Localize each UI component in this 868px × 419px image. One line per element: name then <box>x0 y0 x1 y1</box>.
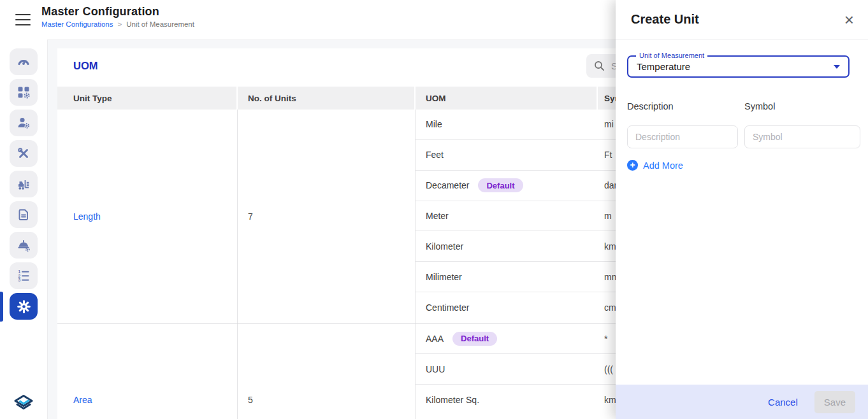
breadcrumb-current: Unit of Measurement <box>126 20 194 28</box>
uom-name: Milimeter <box>426 272 462 282</box>
uom-name: Meter <box>426 211 449 221</box>
gauge-icon <box>16 54 31 69</box>
select-floating-label: Unit of Measurement <box>636 52 707 59</box>
column-header: Unit Type <box>57 87 238 110</box>
svg-text:3: 3 <box>18 278 21 282</box>
uom-cell: Milimeter <box>416 272 598 282</box>
sidebar-item-documents[interactable] <box>10 201 38 228</box>
breadcrumb-separator: > <box>118 20 122 28</box>
chevron-down-icon <box>834 65 840 69</box>
uom-cell: Centimeter <box>416 302 598 313</box>
symbol-label: Symbol <box>744 101 775 111</box>
unit-type-link[interactable]: Length <box>73 211 101 222</box>
numbered-list-icon: 1 2 3 <box>16 268 31 283</box>
add-more-button[interactable]: + Add More <box>627 160 683 171</box>
sidebar-item-settings[interactable] <box>10 293 38 320</box>
hamburger-menu-icon[interactable] <box>15 14 31 25</box>
uom-cell: Kilometer <box>416 241 598 252</box>
default-badge: Default <box>478 178 523 192</box>
description-label: Description <box>627 101 674 111</box>
plus-circle-icon: + <box>627 160 638 171</box>
sidebar-item-user-management[interactable] <box>10 110 38 136</box>
uom-name: Mile <box>426 119 442 129</box>
sidebar-item-modules[interactable] <box>10 79 38 106</box>
uom-cell: Mile <box>416 119 598 129</box>
column-header: UOM <box>416 87 598 110</box>
unit-type-link[interactable]: Area <box>73 395 92 405</box>
sidebar-item-sequence[interactable]: 1 2 3 <box>10 262 38 289</box>
symbol-field[interactable] <box>744 125 860 148</box>
uom-name: Kilometer <box>426 241 463 252</box>
forklift-icon <box>16 176 31 192</box>
modules-grid-gear-icon <box>16 85 31 100</box>
uom-name: Kilometer Sq. <box>426 395 479 405</box>
search-icon <box>594 60 605 71</box>
uom-name: Decameter <box>426 180 469 190</box>
breadcrumb: Master Configurations > Unit of Measurem… <box>41 20 194 28</box>
uom-cell: DecameterDefault <box>416 178 598 192</box>
unit-of-measurement-select[interactable]: Unit of Measurement Temperature <box>627 55 850 78</box>
drawer-footer: Cancel Save <box>616 385 868 419</box>
drawer-header: Create Unit × <box>616 0 868 39</box>
sidebar: 1 2 3 <box>0 39 48 419</box>
uom-cell: UUU <box>416 364 598 374</box>
cancel-button[interactable]: Cancel <box>768 397 798 408</box>
select-value: Temperature <box>628 57 848 76</box>
sidebar-item-safety[interactable] <box>10 232 38 259</box>
column-header: No. of Units <box>238 87 416 110</box>
app-window: Master Configuration Master Configuratio… <box>0 0 868 419</box>
active-nav-indicator <box>0 292 3 322</box>
unit-count-cell: 5 <box>238 323 416 419</box>
uom-name: Feet <box>426 150 444 160</box>
create-unit-drawer: Create Unit × Unit of Measurement Temper… <box>616 0 868 419</box>
unit-type-cell: Length <box>57 110 238 323</box>
save-button[interactable]: Save <box>814 391 855 413</box>
company-logo <box>12 394 35 415</box>
add-more-label: Add More <box>643 160 683 171</box>
unit-count-cell: 7 <box>238 110 416 323</box>
close-icon[interactable]: × <box>842 10 857 29</box>
drawer-title: Create Unit <box>631 12 699 27</box>
user-settings-icon <box>16 115 31 131</box>
breadcrumb-link[interactable]: Master Configurations <box>41 20 113 28</box>
sidebar-item-equipment[interactable] <box>10 171 38 197</box>
description-field[interactable] <box>627 125 738 148</box>
uom-name: AAA <box>426 334 444 344</box>
uom-cell: Kilometer Sq. <box>416 395 598 405</box>
uom-name: Centimeter <box>426 302 469 313</box>
uom-name: UUU <box>426 364 445 374</box>
sidebar-item-tools[interactable] <box>10 140 38 167</box>
hardhat-gear-icon <box>16 238 31 253</box>
default-badge: Default <box>452 332 497 346</box>
section-title: UOM <box>73 60 98 72</box>
unit-type-cell: Area <box>57 323 238 419</box>
tools-icon <box>16 146 31 161</box>
document-icon <box>16 207 31 222</box>
uom-cell: Feet <box>416 150 598 160</box>
settings-gear-icon <box>16 299 32 315</box>
sidebar-item-dashboard[interactable] <box>10 48 38 75</box>
uom-cell: AAADefault <box>416 332 598 346</box>
page-title: Master Configuration <box>41 5 194 18</box>
uom-cell: Meter <box>416 211 598 221</box>
